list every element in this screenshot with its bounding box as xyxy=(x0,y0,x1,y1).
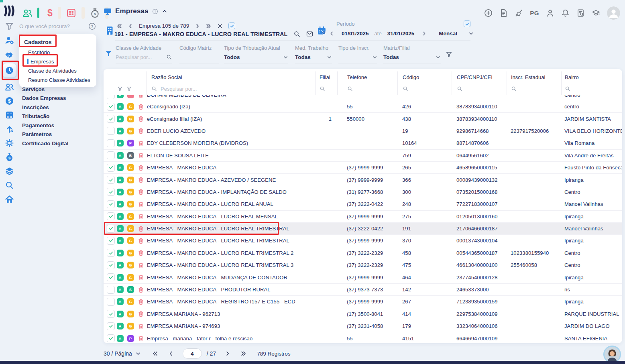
table-row[interactable]: AGEMPRESA - MAKRO EDUCA - LUCRO REAL TRI… xyxy=(104,259,622,271)
sidebar-item-inscrições[interactable]: Inscrições xyxy=(22,103,69,112)
next-record-icon[interactable] xyxy=(195,23,200,29)
row-checkbox[interactable] xyxy=(107,95,115,99)
filter-c-digo-matriz[interactable]: Código Matriz xyxy=(179,45,219,63)
column-header-bairro[interactable]: Bairro xyxy=(561,71,622,83)
sidebar-layers-icon[interactable] xyxy=(5,167,14,176)
table-row[interactable]: AGEMPRESA - MAKRO EDUCA(37) 9999-9999265… xyxy=(104,162,622,174)
period-prev-icon[interactable] xyxy=(329,31,334,36)
menu-item-classe-de-atividades[interactable]: Classe de Atividades xyxy=(19,66,96,75)
row-checkbox[interactable] xyxy=(107,273,115,281)
delete-row-icon[interactable] xyxy=(138,213,144,220)
plus-circle-icon[interactable] xyxy=(484,9,493,17)
row-checkbox[interactable] xyxy=(107,237,115,245)
first-record-icon[interactable] xyxy=(116,23,122,29)
delete-row-icon[interactable] xyxy=(138,335,144,342)
row-checkbox[interactable] xyxy=(107,334,115,342)
sidebar-item-serviços[interactable]: Serviços xyxy=(22,85,69,94)
sidebar-gear-icon[interactable] xyxy=(5,138,14,148)
filters-funnel-icon[interactable] xyxy=(105,50,112,57)
delete-row-icon[interactable] xyxy=(138,226,144,232)
user-avatar[interactable] xyxy=(607,6,620,20)
current-page-input[interactable]: 4 xyxy=(183,348,202,359)
clock-icon[interactable] xyxy=(5,66,14,75)
row-checkbox[interactable] xyxy=(107,322,115,330)
row-checkbox[interactable] xyxy=(107,139,115,147)
delete-row-icon[interactable] xyxy=(138,152,144,159)
menu-group-cadastros[interactable]: Cadastros xyxy=(19,37,96,48)
delete-row-icon[interactable] xyxy=(138,299,144,305)
delete-row-icon[interactable] xyxy=(138,140,144,146)
column-search-bairro[interactable] xyxy=(561,83,622,95)
table-row[interactable]: AGEMPRESA - MAKRO EDUCA - LUCRO REAL TRI… xyxy=(104,235,622,247)
table-row[interactable]: AGEMPRESA - MAKRO EDUCA - LUCRO REAL TRI… xyxy=(104,223,622,235)
table-row[interactable]: AGEMPRESA MARIANA - 962713(17) 3500-8041… xyxy=(104,308,622,320)
grid-filter-alt-icon[interactable] xyxy=(126,86,132,92)
table-row[interactable]: AGeConsignado filial (IZA)15500004383878… xyxy=(104,113,622,125)
filter-select-value[interactable]: Todas xyxy=(383,54,399,60)
column-header-filial[interactable]: Filial xyxy=(315,71,337,83)
period-mode[interactable]: Mensal xyxy=(439,31,457,37)
last-page-icon[interactable] xyxy=(241,351,246,356)
filter-chevron-icon[interactable] xyxy=(372,55,377,60)
delete-row-icon[interactable] xyxy=(138,262,144,268)
period-next-icon[interactable] xyxy=(421,31,427,36)
sidebar-dollar-icon[interactable]: $ xyxy=(5,96,14,106)
table-row[interactable]: AGEMPRESA - MAKRO EDUCA - LUCRO REAL TRI… xyxy=(104,247,622,259)
close-record-icon[interactable] xyxy=(217,23,223,29)
row-checkbox[interactable] xyxy=(107,151,115,159)
clients-icon[interactable] xyxy=(22,8,33,18)
column-header-raz-o-social[interactable]: Razão Social xyxy=(146,71,315,83)
next-page-icon[interactable] xyxy=(225,351,230,356)
column-search-filial[interactable] xyxy=(315,83,337,95)
row-checkbox[interactable] xyxy=(107,200,115,208)
sidebar-money-bag-icon[interactable]: $ xyxy=(5,153,14,162)
delete-row-icon[interactable] xyxy=(138,250,144,256)
column-search-icon[interactable] xyxy=(565,86,570,92)
delete-row-icon[interactable] xyxy=(138,177,144,183)
column-search-telefone[interactable] xyxy=(337,83,397,95)
period-from[interactable]: 01/01/2025 xyxy=(342,31,369,37)
graduation-icon[interactable] xyxy=(592,9,600,17)
row-checkbox[interactable] xyxy=(107,261,115,269)
sidebar-item-dados-empresas[interactable]: Dados Empresas xyxy=(22,94,69,103)
delete-row-icon[interactable] xyxy=(138,287,144,293)
sidebar-item-certificado-digital[interactable]: Certificado Digital xyxy=(22,139,69,148)
prev-record-icon[interactable] xyxy=(128,23,133,29)
column-search-icon[interactable] xyxy=(457,86,462,92)
column-search-inscr-estadual[interactable] xyxy=(507,83,561,95)
sidebar-home-icon[interactable] xyxy=(5,195,14,204)
sidebar-calculator-icon[interactable]: +−×= xyxy=(5,110,14,120)
sidebar-search-input[interactable]: O que você procura? xyxy=(19,23,70,29)
table-row[interactable]: ABELTON DE SOUSA LEITE75906449561602Vila… xyxy=(104,150,622,162)
table-row[interactable]: AGEMPRESA - MAKRO EDUCA - LUCRO REAL MEN… xyxy=(104,211,622,223)
bell-icon[interactable] xyxy=(561,9,570,17)
record-mail-icon[interactable] xyxy=(306,31,313,37)
filter-select-value[interactable]: Todos xyxy=(224,54,240,60)
delete-row-icon[interactable] xyxy=(138,104,144,110)
table-row[interactable]: APEDY CLEBERSON MOREIRA (DIVIDROS)101648… xyxy=(104,137,622,149)
table-row[interactable]: ASEMPRESA - MAKRO EDUCA - PRODUTOR RURAL… xyxy=(104,284,622,296)
table-row[interactable]: AGEMPRESA - MAKRO EDUCA - MUDANÇA DE CON… xyxy=(104,271,622,283)
delete-row-icon[interactable] xyxy=(138,238,144,244)
filter-chevron-icon[interactable] xyxy=(436,55,441,60)
table-row[interactable]: AGEMPRESA MARIANA - 974693(37) 3231-4058… xyxy=(104,320,622,332)
delete-row-icon[interactable] xyxy=(138,274,144,281)
help-icon[interactable]: ? xyxy=(88,22,96,30)
table-row[interactable]: AGEDER LUCIO AZEVEDO19929867146682237917… xyxy=(104,125,622,137)
period-to[interactable]: 31/01/2025 xyxy=(387,31,415,37)
collapse-icon[interactable] xyxy=(162,8,167,14)
delete-row-icon[interactable] xyxy=(138,165,144,171)
filter-icon[interactable] xyxy=(5,22,14,31)
column-search-cpf-cnpj-cei[interactable] xyxy=(452,83,507,95)
delete-row-icon[interactable] xyxy=(138,201,144,207)
record-title[interactable]: 191 - EMPRESA - MAKRO EDUCA - LUCRO REAL… xyxy=(114,31,287,37)
prev-page-icon[interactable] xyxy=(168,351,174,356)
page-size-chevron-icon[interactable] xyxy=(135,351,141,356)
row-checkbox[interactable] xyxy=(107,212,115,220)
filter-classe-de-atividade[interactable]: Classe de AtividadePesquisar por... xyxy=(116,45,172,63)
menu-item-empresas[interactable]: Empresas xyxy=(19,57,96,66)
column-header-inscr-estadual[interactable]: Inscr. Estadual xyxy=(507,71,561,83)
column-search-icon[interactable] xyxy=(320,86,325,92)
sidebar-search-icon[interactable] xyxy=(5,181,14,190)
finance-dollar-icon[interactable]: $ xyxy=(47,8,53,18)
